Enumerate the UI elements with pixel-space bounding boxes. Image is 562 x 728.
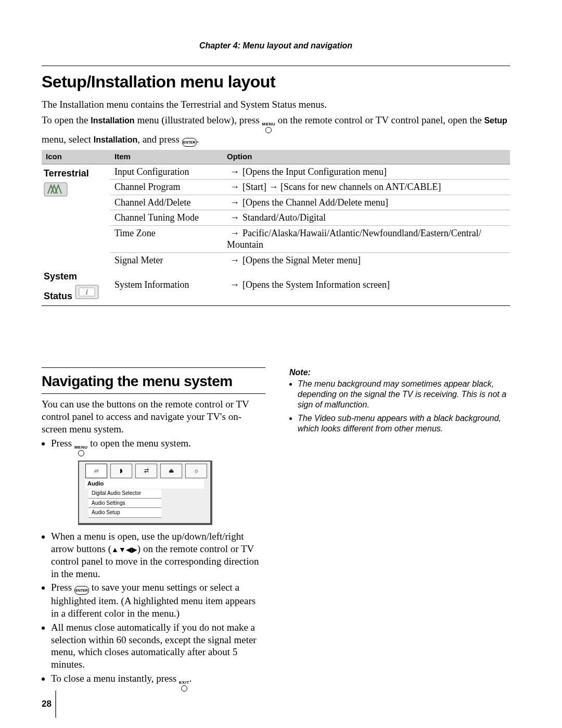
page-number: 28 <box>42 698 52 709</box>
table-row: Terrestrial Input Configuration →[Opens … <box>42 164 510 180</box>
list-item: To close a menu instantly, press EXIT. <box>51 672 265 692</box>
antenna-icon <box>44 182 68 197</box>
note-heading: Note: <box>289 367 513 378</box>
note-item: The menu background may sometimes appear… <box>298 379 513 410</box>
enter-button-icon: ENTER <box>182 138 197 147</box>
col-icon: Icon <box>42 150 110 164</box>
enter-button-icon: ENTER <box>74 586 89 595</box>
system-status-label: System Status <box>44 271 77 301</box>
footer-bar <box>55 691 56 718</box>
page-title: Setup/Installation menu layout <box>42 71 510 92</box>
table-row: Channel Program →[Start] → [Scans for ne… <box>42 180 510 195</box>
right-column: Note: The menu background may sometimes … <box>289 367 513 693</box>
table-row: Channel Add/Delete →[Opens the Channel A… <box>42 195 510 210</box>
osd-screenshot: ▱ ◗ ⇄ ⏏ ☼ Audio Digital Audio Selector A… <box>78 461 212 525</box>
table-row: Signal Meter →[Opens the Signal Meter me… <box>42 252 510 267</box>
osd-tab-icon: ⏏ <box>160 464 182 478</box>
exit-button-icon: EXIT <box>179 681 189 692</box>
col-item: Item <box>110 150 223 164</box>
intro-paragraph-2: To open the Installation menu (illustrat… <box>42 114 510 147</box>
chapter-title: Chapter 4: Menu layout and navigation <box>42 41 510 51</box>
osd-item: Audio Settings <box>88 499 161 508</box>
osd-tab-icon: ⇄ <box>135 464 157 478</box>
nav-intro: You can use the buttons on the remote co… <box>42 398 265 435</box>
osd-item: Audio Setup <box>88 508 161 518</box>
osd-title: Audio <box>85 479 204 489</box>
info-icon: i <box>75 285 99 299</box>
table-row: System Status i System Information →[Ope… <box>42 267 510 303</box>
col-option: Option <box>223 150 510 164</box>
osd-tab-icon: ▱ <box>85 464 107 478</box>
note-item: The Video sub-menu appears with a black … <box>298 413 513 434</box>
table-row: Time Zone →Pacific/Alaska/Hawaii/Atlanti… <box>42 225 510 252</box>
list-item: Press ENTER to save your menu settings o… <box>51 581 265 620</box>
osd-tab-icon: ◗ <box>110 464 132 478</box>
section-title: Navigating the menu system <box>42 372 265 390</box>
menu-button-icon: MENU <box>74 445 88 456</box>
left-column: Navigating the menu system You can use t… <box>42 367 265 693</box>
list-item: Press MENU to open the menu system. ▱ ◗ … <box>51 437 265 525</box>
list-item: When a menu is open, use the up/down/lef… <box>51 530 265 580</box>
svg-text:i: i <box>86 288 88 296</box>
osd-item: Digital Audio Selector <box>88 489 161 499</box>
terrestrial-label: Terrestrial <box>44 168 89 178</box>
nav-bullets: Press MENU to open the menu system. ▱ ◗ … <box>42 437 265 692</box>
menu-button-icon: MENU <box>262 122 275 133</box>
list-item: All menus close automatically if you do … <box>51 621 265 671</box>
osd-tab-icon: ☼ <box>185 464 207 478</box>
intro-paragraph-1: The Installation menu contains the Terre… <box>42 98 510 111</box>
installation-menu-table: Icon Item Option Terrestrial Input Confi… <box>42 150 510 303</box>
table-row: Channel Tuning Mode →Standard/Auto/Digit… <box>42 210 510 226</box>
